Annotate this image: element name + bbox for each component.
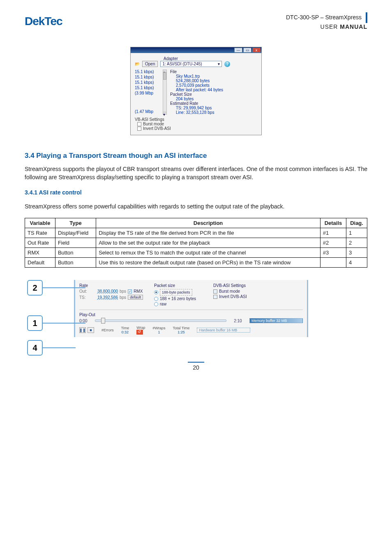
pkt188-radio[interactable]: [154, 290, 158, 294]
doc-title-manual: MANUAL: [340, 23, 367, 30]
doc-title-line1: DTC-300-SP – StreamXpress: [286, 14, 362, 21]
stop-button[interactable]: ■: [88, 327, 94, 333]
dvbasi-label: DVB-ASI Settings: [213, 283, 247, 288]
file-name: Sky Mux1.trp: [170, 74, 223, 79]
table-cell: #2: [320, 238, 346, 248]
subsection-heading: 3.4.1 ASI rate control: [25, 189, 367, 196]
invert-label-2: Invert DVB-ASI: [219, 294, 247, 299]
pktraw-radio[interactable]: [154, 302, 158, 306]
table-cell: Display the TS rate of the file derived …: [96, 228, 321, 238]
lead-line-4: [43, 347, 76, 348]
table-cell: 4: [346, 258, 367, 268]
pkt188-label: 188-byte packets: [160, 289, 192, 296]
table-cell: #3: [320, 248, 346, 258]
file-header: File: [170, 69, 223, 74]
scrollbar[interactable]: ▴ ▾: [163, 69, 167, 115]
out-unit: bps: [120, 289, 126, 294]
open-button[interactable]: Open: [142, 61, 158, 67]
time-value: 0:32: [121, 330, 129, 334]
pkt204-radio[interactable]: [154, 297, 158, 301]
table-cell: Use this to restore the default output r…: [96, 258, 321, 268]
invert-checkbox[interactable]: [137, 127, 141, 131]
table-cell: Allow to the set the output rate for the…: [96, 238, 321, 248]
file-after: After last packet: 44 bytes: [170, 88, 223, 92]
th-variable: Variable: [25, 218, 55, 228]
out-rate-field[interactable]: 38,800,000: [91, 289, 118, 294]
file-tree: File Sky Mux1.trp 524,288,000 bytes 2,57…: [170, 69, 223, 115]
rate-group-label: Rate: [79, 283, 148, 288]
burst-checkbox-2[interactable]: [213, 289, 217, 294]
totaltime-value: 1:25: [173, 330, 189, 334]
table-cell: 1: [346, 228, 367, 238]
maximize-button[interactable]: ▭: [243, 48, 251, 53]
file-bytes: 524,288,000 bytes: [170, 79, 223, 83]
th-diag: Diag.: [346, 218, 367, 228]
ts-rate-field[interactable]: 19,392,586: [91, 295, 118, 300]
callout-1: 1: [27, 315, 43, 331]
playout-slider[interactable]: [95, 319, 226, 322]
wraps-header: #Wraps: [153, 326, 166, 330]
pause-button[interactable]: ❚❚: [79, 327, 86, 333]
vb-asi-settings-label: VB-ASI Settings: [135, 117, 257, 122]
playout-label: Play-Out: [79, 312, 303, 317]
table-cell: Select to remux the TS to match the outp…: [96, 248, 321, 258]
table-row: RMXButtonSelect to remux the TS to match…: [25, 248, 367, 258]
close-button[interactable]: x: [252, 48, 261, 53]
list-item: 15.1 kbps): [135, 86, 159, 90]
time-header: Time: [121, 326, 129, 330]
list-item: 15.1 kbps): [135, 80, 159, 85]
brand-logo: DekTec: [25, 15, 62, 28]
file-packets: 2,570,039 packets: [170, 83, 223, 88]
section-heading: 3.4 Playing a Transport Stream though an…: [25, 152, 367, 160]
list-item: 15.1 kbps): [135, 75, 159, 79]
table-cell: 2: [346, 238, 367, 248]
table-cell: RMX: [25, 248, 55, 258]
table-cell: Field: [55, 238, 96, 248]
hardware-buffer-bar: Hardware buffer 16 MB: [197, 328, 250, 333]
pkt204-label: 188 + 16 zero bytes: [160, 296, 196, 301]
burst-label-2: Burst mode: [219, 289, 240, 294]
rmx-label: RMX: [134, 289, 143, 294]
wrap-icon[interactable]: [136, 330, 143, 335]
burst-label: Burst mode: [143, 122, 164, 126]
invert-checkbox-2[interactable]: [213, 295, 217, 299]
table-cell: [320, 258, 346, 268]
est-rate-header: Estimated Rate: [170, 101, 223, 106]
th-details: Details: [320, 218, 346, 228]
table-cell: Default: [25, 258, 55, 268]
table-cell: 3: [346, 248, 367, 258]
est-rate-line: Line: 32,553,128 bps: [170, 110, 223, 115]
doc-title: DTC-300-SP – StreamXpress USER MANUAL: [286, 12, 367, 30]
table-cell: Button: [55, 258, 96, 268]
playout-start: 0:00: [79, 319, 87, 323]
memory-buffer-bar: Memory buffer 32 MB: [249, 318, 303, 323]
playout-end: 2:10: [234, 319, 242, 323]
table-cell: TS Rate: [25, 228, 55, 238]
help-icon[interactable]: ?: [224, 61, 230, 67]
adapter-value: 1: ASI/SDI (DTU-245): [162, 62, 202, 66]
packet-size-label: Packet size: [154, 283, 208, 288]
adapter-select[interactable]: 1: ASI/SDI (DTU-245)▾: [160, 61, 222, 67]
default-button[interactable]: default: [128, 295, 143, 300]
asi-rate-table: Variable Type Description Details Diag. …: [25, 218, 367, 268]
table-cell: Out Rate: [25, 238, 55, 248]
table-cell: Display/Field: [55, 228, 96, 238]
table-cell: #1: [320, 228, 346, 238]
out-label: Out:: [79, 289, 89, 294]
callout-2: 2: [27, 280, 43, 296]
list-item: (1.47 Mbp: [135, 109, 159, 114]
th-description: Description: [96, 218, 321, 228]
chevron-down-icon: ▾: [218, 62, 220, 66]
rmx-checkbox[interactable]: [128, 289, 132, 294]
ts-unit: bps: [120, 295, 126, 300]
wraps-value: 1: [153, 330, 166, 334]
adapter-label: Adapter: [164, 56, 257, 61]
packet-size-value: 204 bytes: [170, 97, 223, 101]
table-row: TS RateDisplay/FieldDisplay the TS rate …: [25, 228, 367, 238]
left-rate-list: 15.1 kbps) 15.1 kbps) 15.1 kbps) 15.1 kb…: [135, 69, 159, 115]
errors-header: #Errors: [101, 328, 114, 332]
burst-checkbox[interactable]: [137, 122, 141, 126]
est-rate-ts: TS: 29,999,942 bps: [170, 106, 223, 110]
list-item: (3.99 Mbp: [135, 91, 159, 95]
minimize-button[interactable]: —: [234, 48, 242, 53]
